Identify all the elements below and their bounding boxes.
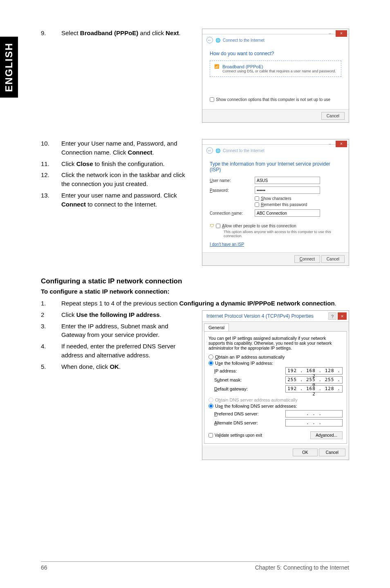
radio-use-dns[interactable]: Use the following DNS server addresses:	[208, 404, 343, 408]
ipv4-properties-dialog: Internet Protocol Version 4 (TCP/IPv4) P…	[202, 310, 349, 460]
pref-dns-input[interactable]: . . .	[285, 410, 343, 417]
back-icon[interactable]: ←	[206, 147, 213, 154]
text: Select	[61, 29, 80, 36]
checkbox[interactable]	[210, 97, 214, 102]
radio[interactable]	[208, 361, 213, 366]
shield-icon: 🛡	[210, 223, 214, 228]
subnet-label: Subnet mask:	[214, 377, 242, 382]
broadband-option[interactable]: 📶 Broadband (PPPoE) Connect using DSL or…	[210, 61, 341, 77]
checkbox[interactable]	[208, 433, 213, 438]
radio-auto-ip[interactable]: Obtain an IP address automatically	[208, 355, 343, 359]
minimize-icon[interactable]: –	[326, 141, 334, 147]
username-label: UUser name:ser name:	[210, 178, 255, 183]
cancel-button[interactable]: Cancel	[321, 112, 345, 120]
bold-text: Connect	[128, 149, 152, 156]
alt-dns-input[interactable]: . . .	[285, 419, 343, 426]
step-number: 9.	[41, 29, 61, 38]
page-content: 9. Select Broadband (PPPoE) and click Ne…	[0, 0, 390, 588]
checkbox[interactable]	[255, 202, 259, 207]
help-icon[interactable]: ?	[328, 312, 336, 320]
step-number: 1.	[41, 299, 61, 308]
ipv4-desc: You can get IP settings assigned automat…	[208, 336, 343, 350]
text: to finish the configuration.	[93, 160, 165, 167]
back-icon[interactable]: ←	[206, 37, 213, 43]
radio-use-ip[interactable]: Use the following IP address:	[208, 361, 343, 366]
checkbox[interactable]	[216, 224, 220, 228]
minimize-icon[interactable]: –	[326, 30, 334, 37]
pref-dns-label: Preferred DNS server:	[214, 411, 259, 416]
page-footer: 66 Chapter 5: Connecting to the Internet	[41, 561, 349, 571]
checkbox-label: Validate settings upon exit	[215, 433, 262, 438]
bold-text: Next	[166, 29, 179, 36]
ip-address-input[interactable]: 192 . 168 . 128 . 2	[285, 367, 343, 375]
checkbox-label: Remember this password	[261, 202, 307, 207]
connect-button[interactable]: Connect	[294, 255, 320, 263]
text: Click	[61, 160, 76, 167]
text: .	[179, 29, 181, 36]
password-input[interactable]	[255, 186, 320, 194]
dialog-heading: How do you want to connect?	[210, 51, 341, 56]
step-text: Enter your user name and password. Click…	[61, 191, 194, 209]
globe-icon: 🌐	[215, 38, 220, 43]
radio-label: Obtain an IP address automatically	[215, 355, 285, 359]
advanced-button[interactable]: Advanced...	[310, 431, 343, 439]
close-icon[interactable]: ×	[336, 141, 347, 147]
alt-dns-label: Alternate DNS server:	[214, 420, 258, 425]
step-text: Click Close to finish the configuration.	[61, 159, 194, 168]
step-number: 4.	[41, 342, 61, 360]
step-text: Select Broadband (PPPoE) and click Next.	[61, 29, 194, 38]
cancel-button[interactable]: Cancel	[321, 255, 345, 263]
step-text: When done, click OK.	[61, 362, 194, 371]
static-step-5: 5. When done, click OK.	[41, 362, 194, 371]
close-icon[interactable]: ×	[336, 30, 347, 37]
bold-text: Broadband (PPPoE)	[80, 29, 139, 36]
radio-auto-dns: Obtain DNS server address automatically	[208, 397, 343, 402]
chapter-title: Chapter 5: Connecting to the Internet	[255, 564, 349, 571]
step-number: 10.	[41, 139, 61, 157]
static-step-1: 1. Repeat steps 1 to 4 of the previous s…	[41, 299, 349, 308]
text: .	[152, 149, 154, 156]
checkbox-label: Allow other people to use this connectio…	[222, 224, 296, 228]
gateway-input[interactable]: 192 . 168 . 128 . 2	[285, 385, 343, 393]
step-number: 5.	[41, 362, 61, 371]
remember-checkbox[interactable]: Remember this password	[255, 202, 341, 207]
allow-desc: This option allows anyone with access to…	[224, 230, 341, 238]
step-number: 13.	[41, 191, 61, 209]
cancel-button[interactable]: Cancel	[319, 449, 345, 456]
allow-others-checkbox[interactable]: 🛡 Allow other people to use this connect…	[210, 223, 341, 228]
connect-dialog-1: – × ← 🌐 Connect to the Internet How do y…	[202, 29, 349, 123]
show-options-checkbox[interactable]: Show connection options that this comput…	[210, 97, 341, 102]
radio	[208, 397, 213, 402]
show-chars-checkbox[interactable]: Show characters	[255, 196, 341, 201]
radio-label: Use the following DNS server addresses:	[215, 404, 297, 408]
connect-dialog-2: – × ← 🌐 Connect to the Internet Type the…	[202, 139, 349, 266]
ipv4-titlebar: Internet Protocol Version 4 (TCP/IPv4) P…	[202, 311, 349, 322]
step-number: 2	[41, 310, 61, 319]
connection-name-input[interactable]	[255, 209, 320, 217]
text: to connect to the Internet.	[86, 201, 157, 208]
section-subheading: To configure a static IP network connect…	[41, 288, 349, 295]
username-input[interactable]	[255, 177, 320, 184]
subnet-input[interactable]: 255 . 255 . 255 . 0	[285, 376, 343, 384]
radio[interactable]	[208, 355, 213, 359]
step-13: 13. Enter your user name and password. C…	[41, 191, 194, 209]
dialog-title: Connect to the Internet	[223, 148, 264, 153]
text: .	[160, 311, 161, 318]
text: .	[335, 300, 336, 307]
step-text: Enter the IP address, Subnet mask and Ga…	[61, 322, 194, 340]
tab-general[interactable]: General	[204, 323, 229, 331]
button-row: OK Cancel	[202, 445, 349, 460]
close-icon[interactable]: ×	[338, 312, 347, 320]
tab-panel: You can get IP settings assigned automat…	[204, 331, 347, 444]
connection-name-label: Connection name:	[210, 211, 255, 215]
ok-button[interactable]: OK	[293, 449, 317, 456]
bold-text: Configuring a dynamic IP/PPPoE network c…	[179, 300, 335, 307]
validate-checkbox[interactable]: Validate settings upon exit	[208, 433, 262, 438]
step-text: If needed, enter the preferred DNS Serve…	[61, 342, 194, 360]
radio-label: Use the following IP address:	[215, 361, 273, 366]
radio[interactable]	[208, 404, 213, 408]
checkbox[interactable]	[255, 196, 259, 201]
text: and click	[138, 29, 166, 36]
checkbox-label: Show connection options that this comput…	[216, 97, 330, 102]
no-isp-link[interactable]: I don't have an ISP	[210, 242, 244, 247]
